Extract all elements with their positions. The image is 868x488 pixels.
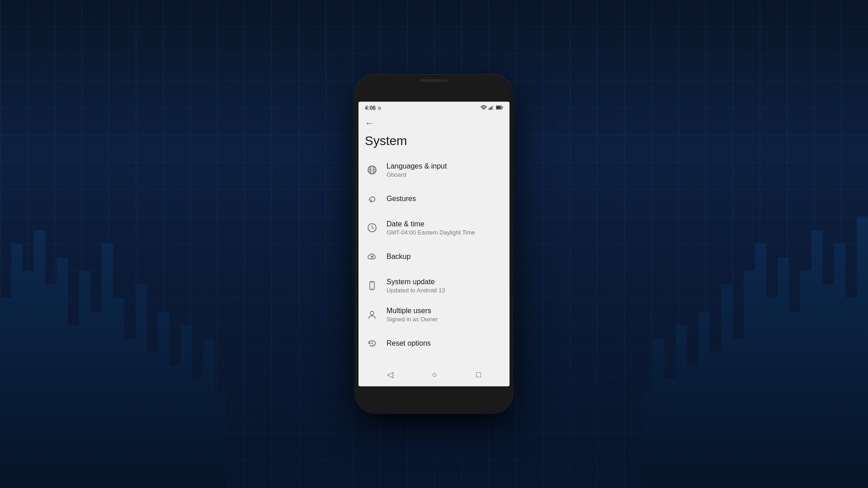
svg-point-17 bbox=[372, 288, 373, 289]
settings-item-system_update[interactable]: System updateUpdated to Android 13 bbox=[359, 271, 509, 300]
languages-title: Languages & input bbox=[387, 162, 503, 170]
reset_options-text: Reset options bbox=[387, 339, 503, 347]
multiple_users-text: Multiple usersSigned in as Owner bbox=[387, 307, 503, 323]
datetime-icon bbox=[365, 221, 379, 235]
reset_options-title: Reset options bbox=[387, 339, 503, 347]
system_update-text: System updateUpdated to Android 13 bbox=[387, 278, 503, 294]
datetime-title: Date & time bbox=[387, 220, 503, 228]
settings-item-gestures[interactable]: Gestures bbox=[359, 184, 509, 213]
svg-rect-2 bbox=[491, 106, 492, 110]
system_update-subtitle: Updated to Android 13 bbox=[387, 287, 503, 294]
reset_options-icon bbox=[365, 336, 379, 351]
multiple_users-subtitle: Signed in as Owner bbox=[387, 316, 503, 323]
back-button[interactable]: ← bbox=[365, 118, 374, 128]
settings-gear-icon: ⚙ bbox=[377, 106, 382, 111]
languages-icon bbox=[365, 163, 379, 177]
svg-rect-1 bbox=[490, 107, 491, 110]
backup-text: Backup bbox=[387, 253, 503, 261]
backup-title: Backup bbox=[387, 253, 503, 261]
nav-home-button[interactable]: ○ bbox=[429, 366, 441, 383]
top-bar: ← bbox=[359, 114, 509, 130]
languages-text: Languages & inputGboard bbox=[387, 162, 503, 178]
page-title: System bbox=[359, 130, 509, 155]
svg-rect-3 bbox=[493, 105, 494, 110]
languages-subtitle: Gboard bbox=[387, 171, 503, 178]
phone-screen: 4:06 ⚙ bbox=[359, 102, 509, 386]
datetime-subtitle: GMT-04:00 Eastern Daylight Time bbox=[387, 229, 503, 236]
battery-icon bbox=[496, 105, 503, 111]
settings-content: ← System Languages & inputGboardGestures… bbox=[359, 114, 509, 363]
nav-bar: ◁ ○ □ bbox=[359, 363, 509, 386]
signal-icon bbox=[489, 105, 494, 111]
settings-item-languages[interactable]: Languages & inputGboard bbox=[359, 155, 509, 184]
svg-rect-6 bbox=[502, 107, 503, 108]
phone: 4:06 ⚙ bbox=[355, 75, 513, 413]
gestures-icon bbox=[365, 192, 379, 206]
phone-wrapper: 4:06 ⚙ bbox=[355, 75, 513, 413]
multiple_users-icon bbox=[365, 307, 379, 322]
status-bar: 4:06 ⚙ bbox=[359, 102, 509, 114]
system_update-icon bbox=[365, 278, 379, 293]
system_update-title: System update bbox=[387, 278, 503, 286]
status-time: 4:06 bbox=[365, 105, 376, 111]
gestures-title: Gestures bbox=[387, 195, 503, 203]
status-icons bbox=[481, 105, 503, 111]
svg-point-18 bbox=[370, 311, 374, 315]
gestures-text: Gestures bbox=[387, 195, 503, 203]
svg-rect-5 bbox=[496, 106, 501, 109]
svg-rect-0 bbox=[489, 108, 490, 110]
phone-speaker bbox=[420, 79, 448, 82]
settings-item-reset_options[interactable]: Reset options bbox=[359, 329, 509, 358]
scene: 4:06 ⚙ bbox=[0, 0, 868, 488]
backup-icon bbox=[365, 249, 379, 264]
settings-item-backup[interactable]: Backup bbox=[359, 242, 509, 271]
settings-item-multiple_users[interactable]: Multiple usersSigned in as Owner bbox=[359, 300, 509, 329]
settings-list: Languages & inputGboardGesturesDate & ti… bbox=[359, 155, 509, 358]
datetime-text: Date & timeGMT-04:00 Eastern Daylight Ti… bbox=[387, 220, 503, 236]
wifi-icon bbox=[481, 105, 487, 111]
multiple_users-title: Multiple users bbox=[387, 307, 503, 315]
nav-recent-button[interactable]: □ bbox=[472, 366, 485, 383]
settings-item-datetime[interactable]: Date & timeGMT-04:00 Eastern Daylight Ti… bbox=[359, 213, 509, 242]
nav-back-button[interactable]: ◁ bbox=[383, 366, 397, 383]
